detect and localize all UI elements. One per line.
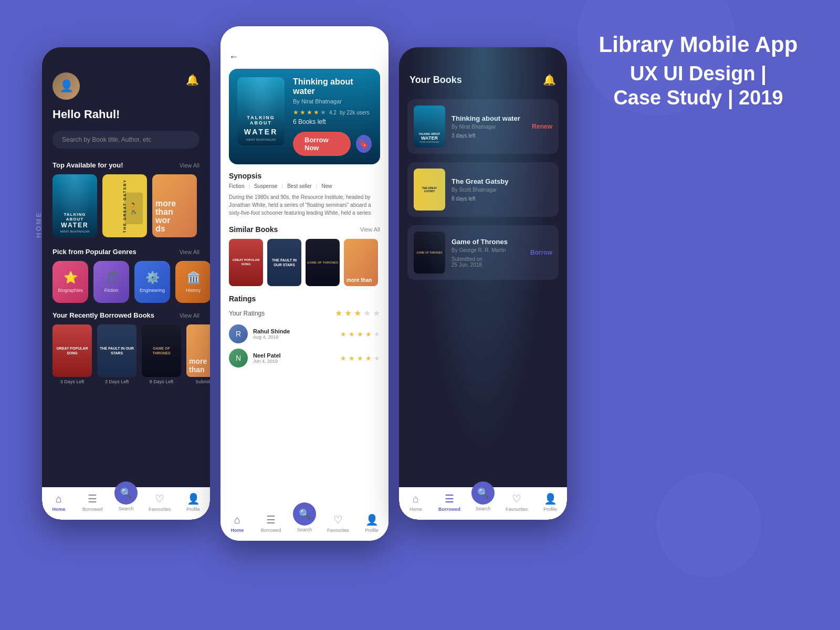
home-screen: 👤 🔔 Hello Rahul! Search by Book title, A… <box>42 47 210 520</box>
nav2-borrowed-icon: ☰ <box>266 513 276 526</box>
synopsis-section: Synopsis Fiction | Suspense | Best selle… <box>220 164 388 221</box>
hero-stars: ★ ★ ★ ★ ★ 4.2 by 22k users <box>293 109 372 116</box>
nav2-search-btn[interactable]: 🔍 <box>293 502 316 526</box>
nav2-search-icon: 🔍 <box>299 508 310 520</box>
genre-engineering[interactable]: ⚙️ Engineering <box>134 261 170 303</box>
phone-home: 👤 🔔 Hello Rahul! Search by Book title, A… <box>42 47 210 520</box>
similar-got-title: GAME OF THRONES <box>307 261 338 264</box>
water-rays <box>52 174 97 237</box>
phone-borrowed: Your Books 🔔 TALKING ABOUT WATER NIRAT B… <box>399 47 567 520</box>
rs3: ★ <box>357 330 363 338</box>
got-label: 8 Days Left <box>150 379 174 384</box>
nav-home[interactable]: ⌂ Home <box>45 493 74 512</box>
hero-cover-author: NIRAT BHATNAGAR <box>246 138 276 141</box>
similar-view-all[interactable]: View All <box>360 226 380 233</box>
similar-more[interactable]: more than <box>344 239 378 286</box>
star-4: ★ <box>313 109 319 116</box>
search-btn[interactable]: 🔍 <box>114 481 138 505</box>
genres-title: Pick from Popular Genres <box>52 248 136 256</box>
rahul-name: Rahul Shinde <box>253 328 335 334</box>
rating-count: by 22k users <box>340 110 370 116</box>
genres-view-all[interactable]: View All <box>180 249 200 255</box>
genre-tag-new: New <box>321 183 332 189</box>
ns5: ★ <box>374 354 380 362</box>
borrow-now-button[interactable]: Borrow Now <box>293 132 351 156</box>
rs1: ★ <box>340 330 346 338</box>
borrowed-great-song[interactable]: GREAT POPULAR SONG 3 Days Left <box>52 324 92 384</box>
nav2-home[interactable]: ⌂ Home <box>223 514 252 533</box>
genre-fiction[interactable]: 🎵 Fiction <box>93 261 129 303</box>
similar-fault-stars[interactable]: THE FAULT IN OUR STARS <box>267 239 301 286</box>
bell-icon[interactable]: 🔔 <box>185 72 200 87</box>
history-icon: 🏛️ <box>186 271 201 285</box>
greeting-text: Hello Rahul! <box>42 108 210 127</box>
nav2-borrowed[interactable]: ☰ Borrowed <box>257 513 286 533</box>
nav-search[interactable]: 🔍 Search <box>112 493 141 511</box>
your-star-5: ★ <box>373 308 380 318</box>
borrowed-fault-stars[interactable]: THE FAULT IN OUR STARS 3 Days Left <box>97 324 136 384</box>
neel-name: Neel Patel <box>253 352 335 359</box>
nav-borrowed[interactable]: ☰ Borrowed <box>78 492 107 512</box>
borrowed-more[interactable]: morethan Submitted <box>186 324 210 384</box>
nav-favourites[interactable]: ♡ Favourites <box>145 492 174 512</box>
your-star-2: ★ <box>344 308 352 318</box>
genre-tag-suspense: Suspense <box>254 183 277 189</box>
home-nav-label: Home <box>52 507 65 512</box>
phone-book-desc: ← TALKING ABOUT WATER NIRAT BHATNAGAR Th… <box>220 26 388 541</box>
nav2-home-icon: ⌂ <box>234 514 240 526</box>
borrowed-section-title: Your Recently Borrowed Books <box>52 311 154 319</box>
more-cover: morethan <box>186 324 210 377</box>
fiction-icon: 🎵 <box>104 271 119 285</box>
home-side-label: HOME <box>35 211 43 238</box>
neel-avatar: N <box>229 349 248 368</box>
genre-tag-bestseller: Best seller <box>287 183 312 189</box>
ns4: ★ <box>365 354 372 362</box>
review-rahul: R Rahul Shinde Aug 4, 2019 ★ ★ ★ ★ ★ <box>229 324 380 343</box>
borrowed-got[interactable]: GAME OF THRONES 8 Days Left <box>142 324 181 384</box>
review-neel: N Neel Patel Jun 4, 2019 ★ ★ ★ ★ ★ <box>229 349 380 368</box>
borrowed-view-all[interactable]: View All <box>180 312 200 319</box>
book-water[interactable]: TALKING ABOUT WATER NIRAT BHATNAGAR <box>52 174 97 237</box>
your-ratings: Your Ratings ★ ★ ★ ★ ★ <box>229 308 380 318</box>
top-available-view-all[interactable]: View All <box>180 162 200 169</box>
phones-container: 👤 🔔 Hello Rahul! Search by Book title, A… <box>42 26 567 541</box>
hero-actions: Borrow Now 🔖 <box>293 132 372 156</box>
nav2-favourites[interactable]: ♡ Favourites <box>324 513 353 533</box>
rahul-stars: ★ ★ ★ ★ ★ <box>340 330 380 338</box>
book-gatsby[interactable]: THE GREAT GATSBY 🚶 <box>102 174 147 237</box>
your-star-3: ★ <box>354 308 361 318</box>
search-bar[interactable]: Search by Book title, Author, etc <box>52 131 200 149</box>
rs4: ★ <box>365 330 372 338</box>
biographies-label: Biographies <box>58 288 83 293</box>
genre-history[interactable]: 🏛️ History <box>175 261 210 303</box>
ratings-title: Ratings <box>229 295 380 303</box>
book-more[interactable]: morethanwords <box>152 174 197 237</box>
bookmark-button[interactable]: 🔖 <box>356 135 372 153</box>
hero-book-author: By Nirat Bhatnagar <box>293 98 372 104</box>
your-rating-stars[interactable]: ★ ★ ★ ★ ★ <box>335 308 380 318</box>
nav2-profile[interactable]: 👤 Profile <box>358 513 386 533</box>
similar-title: Similar Books <box>229 225 278 234</box>
nav2-search[interactable]: 🔍 Search <box>290 514 319 532</box>
nav-profile[interactable]: 👤 Profile <box>179 492 208 512</box>
genre-tag-fiction: Fiction <box>229 183 244 189</box>
borrowed-card-water[interactable]: TALKING ABOUT WATER NIRAT BHATNAGAR Thin… <box>407 99 559 154</box>
genre-biographies[interactable]: ⭐ Biographies <box>52 261 88 303</box>
similar-great-song[interactable]: GREAT POPULAR SONG <box>229 239 263 286</box>
fault-stars-label: 3 Days Left <box>105 379 129 384</box>
rating-value: 4.2 <box>329 110 337 116</box>
avatar[interactable]: 👤 <box>52 72 80 100</box>
similar-got[interactable]: GAME OF THRONES <box>306 239 340 286</box>
home-header: 👤 🔔 <box>42 47 210 108</box>
nav2-profile-label: Profile <box>365 528 379 533</box>
more-book-text: morethanwords <box>155 200 176 233</box>
borrowed-books-row: GREAT POPULAR SONG 3 Days Left THE FAULT… <box>42 324 210 391</box>
back-arrow-icon[interactable]: ← <box>229 51 238 62</box>
borrowed-water-rays <box>414 106 445 148</box>
fault-stars-title: THE FAULT IN OUR STARS <box>99 346 134 355</box>
star-1: ★ <box>293 109 299 116</box>
synopsis-title: Synopsis <box>229 172 380 180</box>
rahul-info: Rahul Shinde Aug 4, 2019 <box>253 328 335 340</box>
divider-2: | <box>282 183 284 189</box>
book-desc-header: ← <box>220 26 388 69</box>
